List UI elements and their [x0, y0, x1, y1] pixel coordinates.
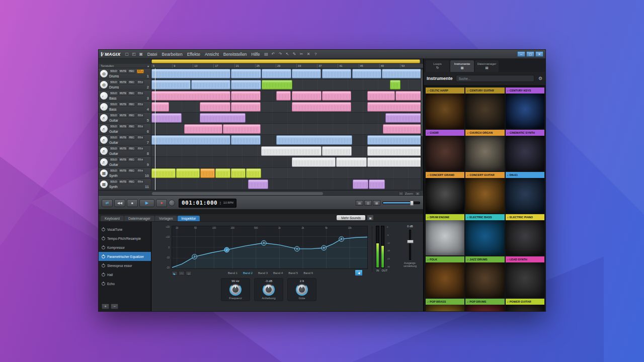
audio-clip[interactable] [367, 91, 395, 101]
audio-clip[interactable] [191, 80, 230, 89]
track-solo-button[interactable]: SOLO [109, 136, 118, 140]
menu-item-datei[interactable]: Datei [147, 52, 157, 57]
track-fx-button[interactable]: FX ▾ [137, 92, 144, 96]
track-mute-button[interactable]: MUTE [119, 169, 128, 173]
knob-dial[interactable] [229, 284, 242, 296]
audio-clip[interactable] [367, 146, 423, 156]
track-rec-button[interactable]: REC [128, 136, 135, 140]
audio-clip[interactable] [367, 135, 423, 145]
gear-icon[interactable]: ⚙ [537, 76, 543, 81]
track-solo-button[interactable]: SOLO [109, 158, 118, 162]
instrument-tile[interactable]: ♪CELTIC HARP [426, 87, 464, 129]
audio-clip[interactable] [151, 102, 169, 112]
track-solo-button[interactable]: SOLO [109, 180, 118, 184]
redo-icon[interactable]: ↷ [278, 51, 283, 57]
audio-clip[interactable] [336, 157, 367, 167]
track-rec-button[interactable]: REC [128, 180, 135, 184]
track-fx-button[interactable]: FX ▾ [137, 180, 144, 184]
instrument-tile[interactable]: ♪CHURCH ORGAN [465, 130, 504, 171]
track-header[interactable]: ♬SOLOMUTERECFX ▾Guitar8 [99, 146, 151, 156]
audio-clip[interactable] [292, 91, 321, 101]
audio-clip[interactable] [231, 102, 261, 112]
knob-dial[interactable] [263, 284, 275, 296]
track-mute-button[interactable]: MUTE [119, 136, 128, 140]
effect-item[interactable]: Tempo-Pitch/Resample [99, 234, 151, 243]
track-rec-button[interactable]: REC [128, 158, 135, 162]
track-rec-button[interactable]: REC [128, 69, 135, 73]
remove-effect-button[interactable]: − [111, 304, 118, 309]
track-list-header-dropdown[interactable]: Tonstufen ▾ [99, 64, 151, 68]
instrument-tile[interactable]: ♪CENTURY GUITAR [465, 87, 504, 129]
eq-band-point-3[interactable]: 3 [262, 240, 267, 245]
track-mute-button[interactable]: MUTE [119, 180, 128, 184]
vertical-scrollbar-thumb[interactable] [421, 69, 423, 136]
effect-item[interactable]: Echo [99, 279, 151, 288]
track-lane[interactable] [151, 157, 423, 167]
loop-button[interactable]: ⇄ [102, 199, 113, 207]
track-solo-button[interactable]: SOLO [109, 92, 118, 96]
track-header[interactable]: ♬SOLOMUTERECFX ▾Guitar6 [99, 124, 151, 134]
tab-loops[interactable]: Loops↻ [426, 60, 449, 72]
track-header[interactable]: ♩SOLOMUTERECFX ▾Bass4 [99, 102, 151, 112]
track-fx-button[interactable]: FX ▾ [137, 114, 144, 118]
audio-clip[interactable] [322, 91, 351, 101]
track-fx-button[interactable]: FX ▾ [137, 103, 144, 107]
audio-clip[interactable] [367, 157, 423, 167]
track-solo-button[interactable]: SOLO [109, 69, 118, 73]
eq-curve[interactable]: 123456 [172, 226, 367, 268]
track-header[interactable]: ♬SOLOMUTERECFX ▾Guitar9 [99, 157, 151, 167]
instrument-tile[interactable]: ♪CENTURY KEYS [506, 87, 544, 129]
tab-dateimanager[interactable]: Dateimanager▤ [475, 60, 499, 72]
save-project-icon[interactable]: ▣ [138, 51, 144, 57]
audio-clip[interactable] [276, 91, 291, 101]
audio-clip[interactable] [200, 113, 246, 123]
track-fx-button[interactable]: FX ▾ [137, 147, 144, 151]
audio-clip[interactable] [151, 80, 191, 89]
audio-clip[interactable] [248, 179, 269, 189]
more-sounds-button[interactable]: Mehr Sounds [337, 215, 365, 220]
knob-güte[interactable]: 2.9Güte [287, 278, 316, 301]
track-header[interactable]: ◍SOLOMUTERECFX ▾Drums1 [99, 68, 151, 79]
audio-clip[interactable] [200, 102, 230, 112]
track-mute-button[interactable]: MUTE [119, 80, 128, 84]
audio-clip[interactable] [367, 102, 423, 112]
low-shelf-icon[interactable]: ◣ [172, 271, 178, 276]
mouse-mode-icon[interactable]: ↖ [285, 51, 290, 57]
track-rec-button[interactable]: REC [128, 114, 135, 118]
track-lane[interactable] [151, 168, 423, 178]
delete-icon[interactable]: ✕ [306, 51, 311, 57]
minimize-button[interactable]: ─ [517, 51, 525, 57]
track-mute-button[interactable]: MUTE [119, 147, 128, 151]
audio-clip[interactable] [215, 168, 230, 178]
audio-clip[interactable] [262, 69, 291, 78]
peak-filter-icon[interactable]: ◠ [179, 271, 185, 276]
menu-item-ansicht[interactable]: Ansicht [205, 52, 219, 57]
eq-plot[interactable]: 20501002005001k2k5k10k123456 [172, 226, 368, 269]
stop-button[interactable]: ■ [127, 199, 138, 207]
skip-start-button[interactable]: ◀◀ [114, 199, 125, 207]
audio-clip[interactable] [395, 91, 423, 101]
tab-instrumente[interactable]: Instrumente▦ [450, 60, 474, 72]
instrument-tile[interactable]: ♪CINEMATIC SYNTH [506, 130, 544, 171]
band-button[interactable]: Band 4 [273, 272, 283, 275]
audio-clip[interactable] [231, 69, 261, 78]
tab-vorlagen[interactable]: Vorlagen [155, 216, 177, 221]
audio-clip[interactable] [382, 69, 423, 78]
gain-slider[interactable] [409, 230, 411, 260]
band-button[interactable]: Band 1 [228, 272, 237, 275]
audio-clip[interactable] [292, 69, 321, 78]
export-icon[interactable]: ▤ [264, 51, 269, 57]
track-fx-button[interactable]: FX ▾ [137, 125, 144, 129]
horizontal-scrollbar[interactable] [152, 192, 323, 195]
menu-item-bearbeiten[interactable]: Bearbeiten [162, 52, 183, 57]
new-project-icon[interactable]: ▢ [124, 51, 130, 57]
record-button[interactable]: ● [156, 199, 167, 207]
audio-clip[interactable] [292, 157, 336, 167]
audio-clip[interactable] [231, 91, 261, 101]
search-input[interactable] [456, 75, 534, 82]
track-solo-button[interactable]: SOLO [109, 80, 118, 84]
track-lane[interactable] [151, 79, 423, 90]
track-rec-button[interactable]: REC [128, 80, 135, 84]
tab-keyboard[interactable]: Keyboard [101, 216, 124, 221]
track-rec-button[interactable]: REC [128, 169, 135, 173]
